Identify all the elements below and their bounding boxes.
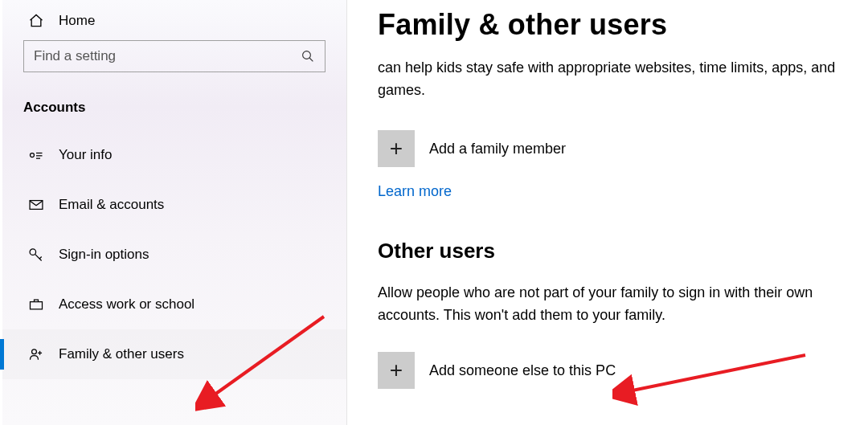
- sidebar-item-work-school[interactable]: Access work or school: [2, 280, 346, 329]
- add-someone-else-label: Add someone else to this PC: [429, 362, 616, 379]
- card-icon: [28, 147, 44, 163]
- home-link[interactable]: Home: [2, 2, 346, 40]
- sidebar-section-label: Accounts: [2, 80, 346, 130]
- search-icon: [301, 49, 315, 63]
- briefcase-icon: [28, 296, 44, 313]
- plus-icon: +: [378, 130, 415, 167]
- svg-point-11: [32, 349, 37, 354]
- add-family-member-label: Add a family member: [429, 141, 566, 157]
- sidebar-item-your-info[interactable]: Your info: [2, 130, 346, 180]
- page-title: Family & other users: [378, 8, 852, 42]
- svg-line-1: [309, 58, 313, 61]
- svg-point-7: [30, 249, 36, 255]
- mail-icon: [28, 197, 44, 213]
- home-label: Home: [59, 13, 95, 29]
- main-panel: Family & other users can help kids stay …: [347, 0, 868, 425]
- add-someone-else-button[interactable]: + Add someone else to this PC: [378, 352, 852, 389]
- home-icon: [28, 13, 44, 29]
- other-users-desc: Allow people who are not part of your fa…: [378, 281, 852, 326]
- search-input[interactable]: [34, 48, 301, 64]
- sidebar-item-label: Access work or school: [59, 296, 194, 313]
- person-plus-icon: [28, 346, 44, 362]
- svg-point-2: [31, 153, 35, 157]
- search-input-wrap[interactable]: [23, 40, 326, 72]
- svg-point-0: [303, 51, 311, 59]
- learn-more-link[interactable]: Learn more: [378, 183, 452, 200]
- key-icon: [28, 247, 44, 263]
- sidebar-item-signin-options[interactable]: Sign-in options: [2, 230, 346, 280]
- sidebar-item-email-accounts[interactable]: Email & accounts: [2, 180, 346, 230]
- plus-icon: +: [378, 352, 415, 389]
- svg-rect-10: [31, 302, 43, 309]
- sidebar-item-label: Email & accounts: [59, 197, 164, 213]
- sidebar-item-family-other-users[interactable]: Family & other users: [2, 329, 346, 379]
- sidebar-item-label: Your info: [59, 147, 112, 163]
- sidebar-item-label: Sign-in options: [59, 247, 149, 263]
- svg-line-9: [39, 257, 41, 259]
- add-family-member-button[interactable]: + Add a family member: [378, 130, 852, 167]
- sidebar-item-label: Family & other users: [59, 346, 184, 362]
- family-intro-text: can help kids stay safe with appropriate…: [378, 56, 852, 101]
- other-users-heading: Other users: [378, 239, 852, 264]
- sidebar: Home Accounts Your info: [0, 0, 347, 425]
